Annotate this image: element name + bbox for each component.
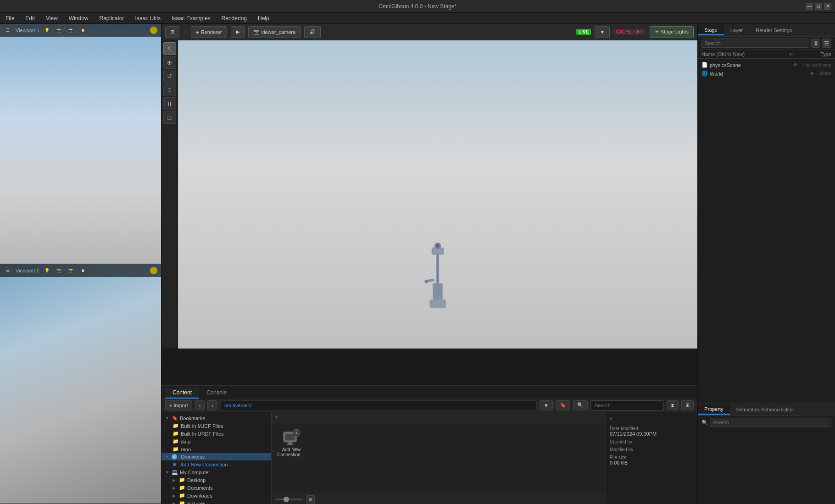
minimize-button[interactable]: — — [806, 3, 813, 10]
stage-filter-button[interactable]: ⧗ — [811, 39, 820, 48]
tree-item-data[interactable]: 📁 data — [161, 438, 271, 445]
path-input[interactable]: omniverse:// — [220, 400, 537, 410]
stage-search-input[interactable] — [701, 39, 809, 48]
tab-console[interactable]: Console — [199, 388, 234, 399]
toolbar-sep-1 — [185, 28, 185, 37]
menu-isaac-examples[interactable]: Isaac Examples — [170, 14, 212, 22]
stage-list-button[interactable]: ☰ — [822, 39, 831, 48]
expand-icon-documents: ▶ — [173, 486, 177, 490]
tab-property[interactable]: Property — [698, 404, 730, 415]
viewport-2-record-icon[interactable]: ⏺ — [79, 266, 87, 275]
menu-edit[interactable]: Edit — [23, 14, 37, 22]
viewport-1-light-icon[interactable]: 💡 — [43, 26, 51, 34]
info-created-by: Created by — [610, 439, 694, 444]
tree-item-mjcf[interactable]: 📁 Built In MJCF Files — [161, 422, 271, 430]
scale-tool[interactable]: ⇕ — [163, 83, 176, 96]
svg-rect-11 — [286, 444, 294, 445]
stage-search-row: ⧗ ☰ — [698, 37, 835, 50]
tab-layer[interactable]: Layer — [724, 26, 750, 35]
bookmark-button[interactable]: 🔖 — [556, 400, 570, 410]
viewport-1-render-icon[interactable]: 📸 — [67, 26, 75, 34]
camera-button[interactable]: 📷 viewer_camera — [248, 26, 301, 38]
tree-item-mycomputer[interactable]: ▼ 💻 My Computer — [161, 468, 271, 476]
viewport-2-light-icon[interactable]: 💡 — [43, 266, 51, 275]
viewport-2-sun-icon[interactable] — [150, 267, 157, 274]
filter-button[interactable]: ▼ — [540, 400, 553, 410]
menu-file[interactable]: File — [4, 14, 16, 22]
content-filter2[interactable]: ⧗ — [667, 400, 679, 410]
tree-item-pictures[interactable]: ▶ 📁 Pictures — [161, 499, 271, 504]
renderer-icon: ● — [196, 29, 199, 35]
viewport-2-camera-icon[interactable]: 📷 — [55, 266, 63, 275]
tree-label-omniverse: Omniverse — [181, 454, 205, 460]
bottom-bar — [161, 349, 697, 385]
tree-item-repo[interactable]: 📁 repo — [161, 445, 271, 453]
window-controls[interactable]: — □ ✕ — [806, 3, 831, 10]
tab-render-settings[interactable]: Render Settings — [749, 26, 798, 35]
expand-icon-mycomp: ▼ — [165, 470, 170, 475]
viewport-2-menu-icon[interactable]: ☰ — [4, 266, 12, 275]
tab-content[interactable]: Content — [165, 388, 199, 399]
menu-isaac-utils[interactable]: Isaac Utils — [134, 14, 162, 22]
menu-rendering[interactable]: Rendering — [220, 14, 249, 22]
stage-item-world[interactable]: 🌐 World 👁 Xform — [698, 69, 835, 78]
viewport-2-label: Viewport 2 — [16, 268, 39, 273]
tree-item-omniverse[interactable]: ▼ Omniverse — [161, 453, 271, 460]
tree-item-bookmarks[interactable]: ▼ 🔖 Bookmarks — [161, 414, 271, 422]
connection-icon-wrapper: + — [283, 428, 300, 446]
tree-item-downloads[interactable]: ▶ 📁 Downloads — [161, 492, 271, 499]
menu-view[interactable]: View — [44, 14, 60, 22]
viewport-1-sun-icon[interactable] — [150, 27, 157, 34]
app-title: OmniGibson 4.0.0 - New Stage* — [379, 3, 457, 10]
pause-tool[interactable]: ⏸ — [163, 97, 176, 110]
renderer-button[interactable]: ● Renderer — [191, 26, 227, 38]
nav-forward[interactable]: › — [207, 400, 217, 410]
property-content — [698, 429, 835, 504]
right-panel: Stage Layer Render Settings ⧗ ☰ Name (Ol… — [697, 24, 835, 504]
audio-button[interactable]: 🔊 — [304, 26, 321, 38]
render-toggle[interactable]: ▶ — [231, 26, 245, 38]
add-connection-item[interactable]: + Add New Connection ... — [275, 426, 307, 459]
tree-item-documents[interactable]: ▶ 📁 Documents — [161, 484, 271, 492]
world-vis: 👁 — [810, 71, 817, 76]
viewport-1-record-icon[interactable]: ⏺ — [79, 26, 87, 34]
add-connection-label: Add New Connection ... — [277, 447, 306, 457]
viewport-2-render-icon[interactable]: 📸 — [67, 266, 75, 275]
folder-icon-pictures: 📁 — [179, 500, 185, 504]
rotate-tool[interactable]: ↺ — [163, 70, 176, 83]
tab-semantics[interactable]: Semantics Schema Editor — [730, 405, 801, 414]
tree-item-urdf[interactable]: 📁 Built In URDF Files — [161, 430, 271, 438]
bookmarks-icon: 🔖 — [172, 415, 178, 421]
layout-button[interactable]: ⊞ — [165, 26, 179, 38]
robot-svg — [419, 238, 456, 312]
move-tool[interactable]: ⊕ — [163, 56, 176, 69]
select-tool[interactable]: ↖ — [163, 42, 176, 55]
search-toggle[interactable]: 🔍 — [573, 400, 588, 410]
nav-back[interactable]: ‹ — [195, 400, 205, 410]
content-grid-toggle[interactable]: ⊞ — [681, 400, 694, 410]
close-button[interactable]: ✕ — [824, 3, 831, 10]
viewport-1-menu-icon[interactable]: ☰ — [4, 26, 12, 34]
stage-lights-button[interactable]: ☀ Stage Lights — [650, 26, 694, 38]
menu-replicator[interactable]: Replicator — [98, 14, 126, 22]
stage-item-physics[interactable]: 📄 physicsScene 👁 PhysicsScene — [698, 61, 835, 69]
tab-stage[interactable]: Stage — [698, 25, 724, 35]
info-panel-header: ▾ — [610, 416, 694, 423]
box-tool[interactable]: □ — [163, 111, 176, 124]
menu-window[interactable]: Window — [67, 14, 90, 22]
content-search-input[interactable] — [590, 400, 664, 410]
expand-icon: ▼ — [165, 416, 170, 421]
live-dropdown[interactable]: ▼ — [595, 26, 610, 38]
grid-view-button[interactable]: ⊞ — [306, 495, 315, 504]
tree-item-desktop[interactable]: ▶ 📁 Desktop — [161, 476, 271, 484]
side-toolbar: ↖ ⊕ ↺ ⇕ ⏸ □ — [161, 40, 178, 349]
stage-col-type-header: Type — [795, 51, 831, 57]
maximize-button[interactable]: □ — [815, 3, 822, 10]
main-3d-viewport[interactable] — [178, 40, 697, 349]
menu-help[interactable]: Help — [256, 14, 271, 22]
import-button[interactable]: + Import — [165, 400, 192, 410]
viewport-1-camera-icon[interactable]: 📷 — [55, 26, 63, 34]
property-search-input[interactable] — [710, 418, 831, 427]
tree-item-add-connection[interactable]: ⊕ Add New Connection ... — [161, 460, 271, 468]
zoom-slider[interactable] — [275, 498, 303, 500]
